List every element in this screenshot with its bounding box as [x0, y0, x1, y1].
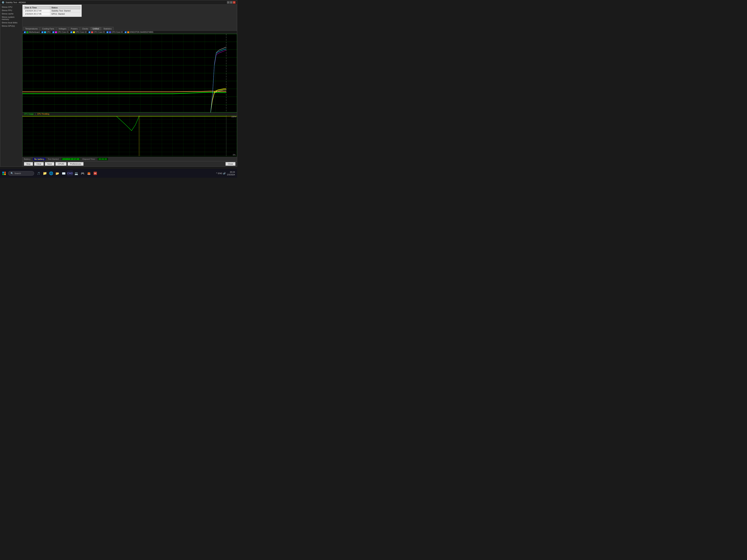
taskbar-icon-browser2[interactable]: 🦊 [86, 170, 92, 176]
legend-kingston-color [127, 31, 129, 33]
svg-text:100%: 100% [231, 116, 236, 118]
info-table: Date & Time Status 2/3/2024 20:17:44 Sta… [24, 6, 80, 16]
date-row-1: 2/3/2024 20:17:44 [24, 9, 50, 12]
sidebar-item-stress-cache[interactable]: Stress cache [0, 12, 22, 16]
taskbar-icon-mail[interactable]: ✉️ [61, 170, 67, 176]
legend-cpu-core1: CPU Core #1 [52, 31, 69, 33]
tab-cooling-fans[interactable]: Cooling Fans [40, 27, 56, 30]
charts-container: Motherboard CPU CPU Core #1 [22, 31, 237, 157]
chart-title-separator: | [35, 113, 36, 115]
search-placeholder: Search [15, 172, 21, 175]
sidebar-item-stress-fpu[interactable]: Stress FPU [0, 9, 22, 12]
tab-temperatures[interactable]: Temperatures [23, 27, 40, 30]
info-panel: Date & Time Status 2/3/2024 20:17:44 Sta… [22, 5, 82, 17]
window-title: Stability Test - AIDA64 [5, 1, 26, 3]
tab-statistics[interactable]: Statistics [101, 27, 113, 30]
tab-voltages[interactable]: Voltages [56, 27, 68, 30]
tab-unified[interactable]: Unified [91, 27, 101, 30]
status-bar: Battery: No battery Test Started: 2/3/20… [22, 157, 237, 161]
taskbar-icon-vscode[interactable]: 💻 [73, 170, 79, 176]
title-bar: ⚙️ Stability Test - AIDA64 ─ □ ✕ [0, 0, 237, 5]
legend-cpu-color [44, 31, 46, 33]
test-started-value: 2/3/2024 20:17:43 [61, 158, 80, 160]
chart-title-bar: CPU Usage | CPU Throttling [22, 113, 237, 115]
date-row-2: 2/3/2024 20:17:45 [24, 12, 50, 16]
legend-cpu-checkbox[interactable] [42, 31, 43, 33]
tab-powers[interactable]: Powers [69, 27, 80, 30]
sidebar-item-stress-disks[interactable]: Stress local disks [0, 21, 22, 24]
main-window: ⚙️ Stability Test - AIDA64 ─ □ ✕ Stress … [0, 0, 237, 167]
cpuid-button[interactable]: CPUID [55, 162, 67, 166]
status-row-2: GPU1: Started [50, 12, 80, 16]
chart-cpu-usage-label: CPU Usage [24, 113, 34, 115]
tray-clock[interactable]: 20:24 2/3/2024 [227, 171, 235, 176]
title-bar-controls: ─ □ ✕ [227, 1, 235, 4]
sidebar-item-stress-gpu[interactable]: Stress GPU(s) [0, 24, 22, 28]
sidebar-item-stress-memory[interactable]: Stress system memory [0, 16, 22, 21]
taskbar-icon-explorer[interactable]: 📁 [42, 170, 48, 176]
badge-64: 64 [94, 172, 97, 175]
elapsed-value: 00:06:30 [98, 158, 108, 160]
stop-button[interactable]: Stop [24, 162, 33, 166]
battery-label: Battery: [24, 158, 31, 160]
app-icon: ⚙️ [2, 1, 4, 4]
legend-cpu-core2-color [73, 31, 75, 33]
tray-chevron[interactable]: ^ [216, 172, 217, 175]
legend-motherboard-checkbox[interactable] [24, 31, 26, 33]
tab-clocks[interactable]: Clocks [80, 27, 90, 30]
usage-chart-svg: 100% 0% [22, 115, 237, 156]
search-icon: 🔍 [10, 172, 14, 175]
window-body: Stress CPU Stress FPU Stress cache Stres… [0, 5, 237, 166]
taskbar-icon-badge[interactable]: 64 [92, 170, 98, 176]
legend-cpu-core3-label: CPU Core #3 [94, 31, 105, 33]
svg-rect-66 [4, 172, 6, 173]
svg-rect-65 [2, 172, 4, 173]
legend-kingston-checkbox[interactable] [125, 31, 127, 33]
legend-cpu-core3-color [91, 31, 93, 33]
minimize-button[interactable]: ─ [227, 1, 230, 4]
legend-cpu-core4-label: CPU Core #4 [112, 31, 123, 33]
preferences-button[interactable]: Preferences [68, 162, 83, 166]
legend-cpu-label: CPU [47, 31, 51, 33]
tray-icons: ^ ENG 🔊 [216, 172, 226, 175]
legend-motherboard: Motherboard [24, 31, 40, 33]
legend-cpu-core4: CPU Core #4 [106, 31, 123, 33]
tray-time: 20:24 [230, 171, 235, 174]
col-date-time: Date & Time [24, 6, 50, 9]
legend-cpu-core3-checkbox[interactable] [88, 31, 91, 33]
test-started-label: Test Started: [48, 158, 59, 160]
taskbar: 🔍 Search 🎵 📁 🌐 📂 ✉️ CMD 💻 🎮 🦊 64 ^ ENG 🔊… [0, 169, 237, 178]
status-row-1: Stability Test: Started [50, 9, 80, 12]
legend-kingston-label: KINGSTON SA400S37480G [130, 31, 153, 33]
legend-cpu: CPU [42, 31, 51, 33]
taskbar-icon-music[interactable]: 🎵 [35, 170, 42, 176]
save-button[interactable]: Save [45, 162, 54, 166]
maximize-button[interactable]: □ [230, 1, 233, 4]
temp-chart: °C °C 20:17:43 87 78 35 34 [22, 34, 237, 112]
legend-bar: Motherboard CPU CPU Core #1 [22, 31, 237, 34]
legend-motherboard-label: Motherboard [29, 31, 40, 33]
svg-text:0%: 0% [233, 154, 236, 156]
taskbar-search-bar[interactable]: 🔍 Search [8, 171, 34, 176]
tray-speaker[interactable]: 🔊 [223, 172, 226, 175]
start-button[interactable] [1, 170, 7, 177]
svg-rect-67 [2, 174, 4, 175]
taskbar-icon-game[interactable]: 🎮 [80, 170, 85, 176]
clear-button[interactable]: Clear [34, 162, 44, 166]
windows-logo [2, 171, 6, 175]
legend-cpu-core1-color [55, 31, 57, 33]
legend-cpu-core4-checkbox[interactable] [106, 31, 108, 33]
taskbar-icon-cmd[interactable]: CMD [67, 170, 73, 176]
tray-language[interactable]: ENG [218, 172, 222, 175]
sidebar-item-stress-cpu[interactable]: Stress CPU [0, 5, 22, 9]
legend-cpu-core2-checkbox[interactable] [70, 31, 72, 33]
close-window-button[interactable]: Close [226, 162, 235, 166]
legend-cpu-core3: CPU Core #3 [88, 31, 105, 33]
content-area: Date & Time Status 2/3/2024 20:17:44 Sta… [22, 5, 237, 166]
close-button[interactable]: ✕ [233, 1, 235, 4]
taskbar-icon-files[interactable]: 📂 [54, 170, 60, 176]
legend-motherboard-color [26, 31, 28, 33]
legend-cpu-core1-checkbox[interactable] [52, 31, 54, 33]
taskbar-icon-chrome[interactable]: 🌐 [48, 170, 54, 176]
battery-value: No battery [33, 158, 45, 160]
